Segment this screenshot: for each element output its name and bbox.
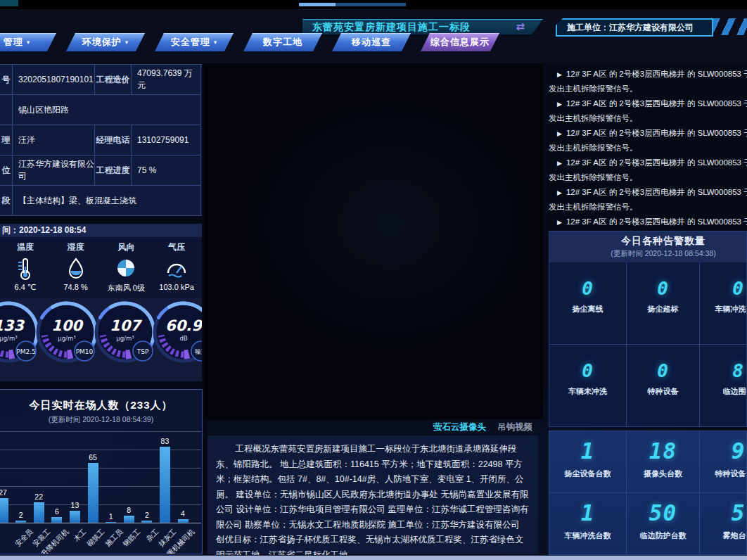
nav-tab-environment[interactable]: 环境保护▾: [66, 33, 145, 51]
alarm-line1: ▶12# 3F A区 的 2号楼3层西电梯井 的 SLW000853 于 202…: [549, 67, 747, 82]
alarm-text: 12# 3F A区 的 2号楼3层西电梯井 的 SLW000853 于 2020…: [566, 158, 747, 167]
gauge-pm10: 100μg/m³PM10: [33, 300, 101, 370]
weather-item-name: 风向: [117, 241, 134, 253]
alarm-count-value: 0: [582, 360, 594, 381]
alarm-count-cell: 8临边围挡: [700, 345, 747, 427]
svg-text:μg/m³: μg/m³: [0, 335, 18, 342]
manager-phone-value: 13102759091: [132, 125, 201, 155]
weather-item: 温度6.4 ℃: [0, 237, 51, 298]
alarm-count-value: 0: [582, 278, 594, 299]
device-stat-cell: 9特种设备台数: [700, 431, 747, 493]
bar-chart-area: 2722261365182834: [0, 431, 202, 523]
nav-tab-digital-site[interactable]: 数字工地: [243, 33, 322, 51]
tab-ezviz-camera[interactable]: 萤石云摄像头: [433, 421, 486, 433]
chart-gridline: [0, 431, 201, 432]
project-overview-text: 工程概况东蕾苑安置房新建项目施工一标段位于东北塘街道承塘路延伸段东、锦阳路北。 …: [208, 435, 538, 554]
project-info-table: 号 3202051807190101 工程造价 47093.7639 万元 锡山…: [0, 64, 202, 216]
device-stat-value: 50: [649, 500, 677, 526]
bar-category-label: 施工员: [103, 527, 124, 549]
bar-钢筋工: [124, 516, 134, 523]
bar-value-label: 4: [181, 509, 185, 518]
chart-gridline: [0, 468, 201, 469]
bar-value-label: 65: [89, 453, 97, 462]
alarm-count-cell: 0扬尘超标: [627, 262, 700, 345]
bar-砌筑工: [88, 463, 98, 523]
alarm-text: 12# 3F A区 的 2号楼3层西电梯井 的 SLW000853 于 2020…: [566, 217, 747, 226]
alarm-line2: 发出主机拆除报警信号。: [549, 111, 747, 126]
info-label: 工程进度: [95, 155, 132, 186]
bar-value-label: 2: [19, 511, 23, 519]
alarm-count-cell: 0车辆冲洗离线: [700, 262, 747, 345]
chart-gridline: [0, 504, 201, 505]
nav-tab-label: 综合信息展示: [430, 36, 490, 49]
device-stat-value: 1: [581, 500, 595, 526]
alarm-item: ▶12# 3F A区 的 2号楼3层西电梯井 的 SLW000853 于 202…: [549, 215, 747, 231]
device-stat-cell: 50临边防护台数: [627, 493, 700, 555]
alarm-count-value: 0: [657, 360, 669, 381]
bar-category-label: 安全员: [13, 527, 34, 549]
alarm-line1: ▶12# 3F A区 的 2号楼3层西电梯井 的 SLW000853 于 202…: [549, 126, 747, 141]
swap-project-icon[interactable]: ⇄: [516, 20, 525, 33]
alarm-count-label: 临边围挡: [723, 386, 747, 397]
video-tabs: 萤石云摄像头 吊钩视频: [208, 421, 538, 434]
summary-update-time: (更新时间 2020-12-18 08:54:38): [549, 249, 747, 259]
clipped-dropdown[interactable]: [299, 3, 406, 6]
alarm-bullet-icon: ▶: [557, 130, 562, 137]
bar-value-label: 27: [0, 488, 7, 497]
weather-panel: 温度6.4 ℃湿度74.8 %风向东南风 0级气压103.0 kPa: [0, 237, 202, 298]
chart-update-time: (更新时间 2020-12-18 08:54:39): [0, 415, 202, 425]
svg-text:噪声: 噪声: [195, 348, 202, 355]
alarm-text: 12# 3F A区 的 2号楼3层西电梯井 的 SLW000853 于 2020…: [566, 99, 747, 108]
device-stat-cell: 5雾炮台数: [700, 493, 747, 555]
svg-text:μg/m³: μg/m³: [116, 335, 134, 342]
device-stat-cell: 1车辆冲洗台数: [549, 493, 627, 555]
alarm-line1: ▶12# 3F A区 的 2号楼3层西电梯井 的 SLW000853 于 202…: [549, 155, 747, 170]
nav-tab-label: 安全管理: [171, 36, 210, 49]
alarm-line1: ▶12# 3F A区 的 2号楼3层西电梯井 的 SLW000853 于 202…: [549, 185, 747, 200]
bar-value-label: 2: [145, 511, 149, 519]
weather-item-name: 气压: [168, 241, 185, 253]
weather-item-value: 6.4 ℃: [15, 283, 37, 292]
alarm-item: ▶12# 3F A区 的 2号楼3层西电梯井 的 SLW000853 于 202…: [549, 126, 747, 155]
gauge-icon: [165, 256, 188, 281]
weather-item-name: 湿度: [68, 241, 84, 253]
tab-hook-video[interactable]: 吊钩视频: [497, 421, 532, 433]
svg-text:dB: dB: [179, 335, 187, 342]
manager-name-value: 汪洋: [13, 125, 95, 155]
bar-安装工: [34, 502, 44, 523]
nav-tab-safety[interactable]: 安全管理▾: [155, 33, 234, 51]
weather-update-time: 间：2020-12-18 08:54: [0, 224, 202, 237]
device-stats-panel: 1扬尘设备台数18摄像头台数9特种设备台数1车辆冲洗台数50临边防护台数5雾炮台…: [549, 431, 747, 555]
chevron-down-icon: ▾: [214, 39, 218, 46]
alarm-bullet-icon: ▶: [557, 189, 562, 196]
video-placeholder: [203, 63, 543, 419]
svg-text:PM10: PM10: [76, 348, 94, 355]
device-stat-value: 9: [732, 438, 746, 464]
device-stat-label: 特种设备台数: [715, 469, 747, 479]
stage-value: 【主体结构】梁、板混凝土浇筑: [13, 186, 201, 216]
bar-value-label: 1: [109, 512, 113, 521]
alarm-item: ▶12# 3F A区 的 2号楼3层西电梯井 的 SLW000853 于 202…: [549, 67, 747, 96]
nav-tab-info-display[interactable]: 综合信息展示: [421, 33, 499, 51]
bar-施工升降机司机: [51, 517, 62, 523]
alarm-count-cell: 0特种设备: [627, 345, 700, 427]
nav-tab-label: 环境保护: [82, 36, 122, 49]
weather-item: 湿度74.8 %: [51, 237, 101, 298]
dashboard: 东蕾苑安置房新建项目施工一标段 ⇄ 施工单位：江苏华方建设有限公司 管理▾环境保…: [0, 0, 747, 560]
nav-tab-management[interactable]: 管理▾: [0, 33, 56, 51]
bar-value-label: 8: [127, 506, 131, 514]
bottom-edge-panel: [0, 555, 747, 560]
alarm-count-label: 扬尘超标: [648, 304, 679, 314]
alarm-count-label: 车辆冲洗离线: [715, 304, 747, 314]
device-stat-label: 车辆冲洗台数: [565, 530, 611, 541]
alarm-count-value: 8: [732, 360, 744, 381]
project-number-value: 3202051807190101: [13, 65, 95, 95]
bar-value-label: 83: [161, 437, 170, 445]
nav-tab-mobile-patrol[interactable]: 移动巡查: [332, 33, 411, 51]
nav-tab-label: 移动巡查: [352, 36, 391, 49]
bar-value-label: 6: [55, 507, 59, 516]
svg-text:TSP: TSP: [136, 348, 149, 355]
device-stat-label: 摄像头台数: [644, 469, 682, 479]
alarm-count-value: 0: [732, 278, 744, 299]
alarm-count-label: 车辆未冲洗: [568, 386, 607, 397]
